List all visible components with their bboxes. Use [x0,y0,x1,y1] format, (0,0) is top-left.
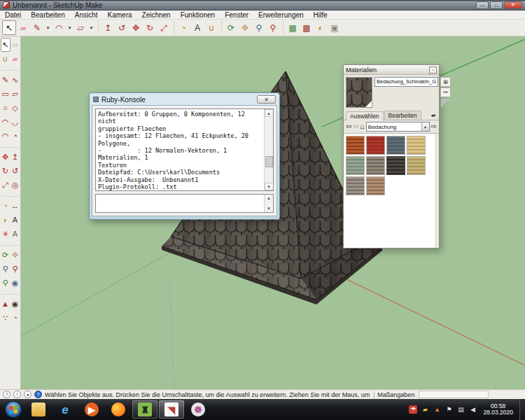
material-name-field[interactable]: Bedachung_Schindeln_G [374,77,438,87]
tool-push-pull[interactable]: ↥ [10,150,20,164]
tool-shadows[interactable]: ◐ [314,20,328,35]
taskbar-internet-explorer[interactable]: e [52,400,78,419]
tray-updater-icon[interactable]: ▰ [421,405,429,414]
tool-export[interactable]: ▣ [328,20,342,35]
tool-circle[interactable]: ○ [1,101,10,115]
material-gray-shingle-mix[interactable] [346,176,365,195]
tool-2-point-arc[interactable]: ◡ [10,115,20,129]
tool-arc[interactable]: ◠ [1,115,10,129]
materials-titlebar[interactable]: Materialien ▫ [344,65,439,75]
close-button[interactable]: ✕ [504,1,522,9]
scroll-down-icon[interactable]: ▼ [267,206,271,211]
material-dark-round-shingle[interactable] [386,156,405,175]
tool-position-camera[interactable]: ▲ [1,297,10,311]
menu-kamera[interactable]: Kamera [103,10,137,20]
tray-network-icon[interactable]: ▤ [456,405,465,414]
tool-push-pull[interactable]: ↥ [101,20,115,35]
tool-tape-measure[interactable]: ◔ [176,20,190,35]
tool-protractor[interactable]: ◗ [1,213,10,227]
palette-separator[interactable] [1,290,20,295]
tool-select[interactable]: ↖ [2,20,16,35]
taskbar-explorer[interactable] [26,400,51,419]
tool-rectangle[interactable]: ▱ [74,20,88,35]
tool-zoom-extents[interactable]: ⚲ [266,20,280,35]
tool-rotate[interactable]: ↻ [1,164,10,178]
menu-datei[interactable]: Datei [0,10,26,20]
eyedropper-icon[interactable]: ✒ [431,112,437,120]
menu-funktionen[interactable]: Funktionen [176,10,220,20]
ruby-console-close-button[interactable]: ✕ [257,95,276,104]
material-blue-slate[interactable] [386,136,405,155]
tool-previous-view[interactable]: ◉ [10,276,20,290]
status-help-icon[interactable]: ? [34,391,42,398]
tray-volume-icon[interactable]: ◀ [468,405,477,414]
menu-zeichnen[interactable]: Zeichnen [137,10,176,20]
console-input-scrollbar[interactable]: ▲ ▼ [264,195,273,212]
category-dropdown[interactable]: Bedachung ▾ [366,122,430,132]
taskbar-train-app[interactable]: ♜ [132,400,158,419]
menu-ansicht[interactable]: Ansicht [70,10,103,20]
show-desktop-button[interactable] [519,399,525,420]
tray-antivirus-icon[interactable]: ☂ [409,405,417,414]
scroll-up-icon[interactable]: ▲ [267,196,271,200]
chevron-down-icon[interactable]: ▾ [421,122,429,131]
tool-move[interactable]: ✥ [129,20,143,35]
toolbar-separator[interactable] [219,20,222,35]
taskbar-sketchup[interactable]: ◥ [159,400,184,419]
status-signin-icon[interactable]: ● [24,391,31,398]
tool-zoom[interactable]: ⚲ [252,20,266,35]
detail-arrow-button[interactable]: ⇨ [431,123,437,130]
start-button[interactable] [1,399,25,420]
tool-3d-text[interactable]: A [10,227,20,241]
scroll-up-icon[interactable]: ▲ [265,109,274,117]
tray-flag-icon[interactable]: ⚑ [444,405,453,414]
palette-separator[interactable] [1,66,20,71]
back-button[interactable]: ⇦ [346,123,351,130]
maximize-button[interactable]: □ [490,1,503,9]
minimize-button[interactable]: — [476,1,489,9]
tool-move[interactable]: ✥ [1,150,10,164]
tool-3-point-arc[interactable]: ◠ [1,129,10,143]
tool-zoom-extents[interactable]: ⚲ [1,276,10,290]
tool-styles[interactable]: ▩ [300,20,314,35]
materials-collapse-button[interactable]: ▫ [429,66,437,74]
tray-vlc-icon[interactable]: ▲ [433,405,441,414]
material-straw-thatch[interactable] [407,156,426,175]
tool-zoom-window[interactable]: ⚲ [10,262,20,276]
ruby-console-titlebar[interactable]: Ruby-Konsole ✕ [92,94,277,105]
tool-orbit[interactable]: ⟳ [1,248,10,262]
palette-separator[interactable] [1,143,20,148]
tool-rotated-rectangle[interactable]: ▱ [10,87,20,101]
tool-scale[interactable]: ⤢ [1,178,10,192]
tool-follow-me[interactable]: ↺ [10,164,20,178]
tool-text[interactable]: A [10,213,20,227]
tool-select[interactable]: ↖ [1,38,10,52]
set-paint-button[interactable]: ✑ [440,88,451,97]
material-preview[interactable] [346,77,372,108]
tool-look-around[interactable]: ◉ [10,297,20,311]
menu-erweiterungen[interactable]: Erweiterungen [253,10,308,20]
material-gray-wood-shingle[interactable] [366,156,385,175]
tool-scale[interactable]: ⤢ [157,20,171,35]
console-scrollbar[interactable]: ▲ ▼ [264,109,273,190]
tool-rotate[interactable]: ↻ [143,20,157,35]
tab-bearbeiten[interactable]: Bearbeiten [384,111,421,120]
taskbar-paint-app[interactable]: ☸ [186,400,211,419]
tool-views[interactable]: ▦ [286,20,300,35]
tool-dimension[interactable]: ↔ [10,199,20,213]
scroll-down-icon[interactable]: ▼ [265,183,274,190]
tool-line[interactable]: ✎ [30,20,44,35]
material-red-metal-roof[interactable] [366,136,385,155]
tool-eraser[interactable]: ▰ [10,52,20,66]
tool-tape-measure[interactable]: ◔ [1,199,10,213]
console-input[interactable] [96,195,264,212]
tool-walk[interactable]: ∵ [1,311,10,325]
menu-bearbeiten[interactable]: Bearbeiten [26,10,69,20]
measurements-input[interactable] [419,391,489,398]
taskbar-media-player[interactable]: ▶ [79,400,104,419]
toolbar-separator[interactable] [96,20,99,35]
tool-arc[interactable]: ◠ [52,20,66,35]
palette-separator[interactable] [1,192,20,197]
tool-arc-dropdown[interactable]: ▾ [66,20,74,35]
tool-rectangle-dropdown[interactable]: ▾ [88,20,95,35]
